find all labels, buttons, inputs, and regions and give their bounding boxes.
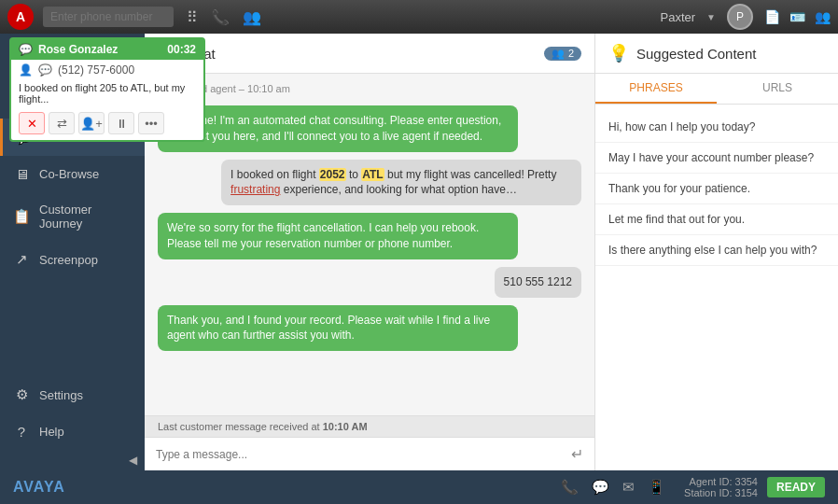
notif-actions: ✕ ⇄ 👤+ ⏸ ••• bbox=[11, 110, 203, 136]
bottom-email-icon[interactable]: ✉ bbox=[622, 479, 635, 496]
customer-journey-icon: 📋 bbox=[13, 208, 30, 225]
msg-highlight-frustrating: frustrating bbox=[230, 183, 280, 196]
sidebar-item-help[interactable]: ? Help bbox=[0, 413, 145, 450]
msg-customer-1: I booked on flight 2052 to ATL but my fl… bbox=[221, 160, 581, 206]
notification-card: 💬 Rose Gonzalez 00:32 👤 💬 (512) 757-6000… bbox=[9, 37, 205, 142]
chat-header: 💬 Chat 👥 2 bbox=[145, 34, 594, 74]
msg-customer-1-part3: but my flight was cancelled! Pretty bbox=[384, 168, 557, 181]
top-right-icons: 📄 🪪 👥 bbox=[764, 9, 831, 24]
screenpop-icon: ↗ bbox=[13, 251, 30, 268]
phrase-item-5[interactable]: Is there anything else I can help you wi… bbox=[595, 235, 838, 266]
decline-button[interactable]: ✕ bbox=[19, 112, 45, 134]
bottom-chat-icon[interactable]: 💬 bbox=[592, 479, 609, 496]
phrase-item-2[interactable]: May I have your account number please? bbox=[595, 143, 838, 174]
msg-time-1: Automated agent – 10:10 am bbox=[158, 83, 581, 94]
sidebar-item-settings[interactable]: ⚙ Settings bbox=[0, 376, 145, 413]
notif-phone: (512) 757-6000 bbox=[58, 63, 134, 77]
settings-icon: ⚙ bbox=[13, 386, 30, 403]
notif-info: 👤 💬 (512) 757-6000 bbox=[11, 60, 203, 80]
tab-phrases[interactable]: PHRASES bbox=[595, 74, 717, 104]
msg-customer-2: 510 555 1212 bbox=[495, 267, 581, 298]
phrase-item-3[interactable]: Thank you for your patience. bbox=[595, 174, 838, 204]
msg-customer-1-part4: experience, and looking for what option … bbox=[280, 183, 517, 196]
top-bar-icons: ⠿ 📞 👥 bbox=[187, 8, 261, 26]
msg-agent-2-text: We're so sorry for the flight cancellati… bbox=[167, 221, 479, 250]
ready-badge: READY bbox=[767, 477, 825, 497]
chat-bubble-icon: 💬 bbox=[19, 43, 33, 56]
avaya-bottom-logo: AVAYA bbox=[13, 479, 65, 496]
msg-customer-1-part2: to bbox=[346, 168, 362, 181]
help-icon: ? bbox=[13, 424, 30, 440]
phrase-item-1[interactable]: Hi, how can I help you today? bbox=[595, 112, 838, 143]
sidebar-collapse-button[interactable]: ◀ bbox=[0, 450, 145, 470]
avaya-logo: A bbox=[7, 4, 34, 30]
send-icon[interactable]: ↵ bbox=[571, 445, 583, 463]
agent-id: Agent ID: 3354 bbox=[684, 476, 758, 487]
dropdown-icon: ▼ bbox=[706, 12, 716, 22]
id-icon[interactable]: 🪪 bbox=[789, 9, 805, 24]
add-contact-button[interactable]: 👤+ bbox=[78, 112, 105, 134]
notif-message: I booked on flight 205 to ATL, but my fl… bbox=[11, 80, 203, 110]
tab-urls[interactable]: URLS bbox=[717, 74, 838, 104]
phone-icon[interactable]: 📞 bbox=[211, 8, 230, 26]
top-bar: A ⠿ 📞 👥 Paxter ▼ P 📄 🪪 👥 bbox=[0, 0, 838, 34]
chat-messages: Automated agent – 10:10 am Welcome! I'm … bbox=[145, 74, 594, 415]
bottom-bar-icons: 📞 💬 ✉ 📱 bbox=[561, 479, 665, 496]
chat-message-input[interactable] bbox=[156, 448, 564, 461]
bottom-sms-icon[interactable]: 📱 bbox=[648, 479, 665, 496]
chat-input-area: ↵ bbox=[145, 437, 594, 470]
notes-icon[interactable]: 📄 bbox=[764, 9, 780, 24]
phrase-item-4[interactable]: Let me find that out for you. bbox=[595, 204, 838, 235]
notif-timer: 00:32 bbox=[167, 43, 196, 56]
suggested-tabs: PHRASES URLS bbox=[595, 74, 838, 105]
more-button[interactable]: ••• bbox=[138, 112, 164, 134]
suggested-header: 💡 Suggested Content bbox=[595, 34, 838, 74]
suggested-area: 💡 Suggested Content PHRASES URLS Hi, how… bbox=[595, 34, 838, 470]
suggested-phrases: Hi, how can I help you today? May I have… bbox=[595, 105, 838, 273]
chat-icon-small: 💬 bbox=[38, 63, 52, 77]
bottom-phone-icon[interactable]: 📞 bbox=[561, 479, 579, 496]
notif-contact-name: Rose Gonzalez bbox=[38, 43, 118, 56]
msg-agent-3-text: Thank you, and I found your record. Plea… bbox=[167, 314, 490, 343]
sidebar-label-customer-journey: Customer Journey bbox=[39, 203, 132, 231]
msg-customer-1-part1: I booked on flight bbox=[230, 168, 319, 181]
msg-agent-2: We're so sorry for the flight cancellati… bbox=[158, 213, 518, 259]
co-browse-icon: 🖥 bbox=[13, 166, 30, 182]
sidebar-label-help: Help bbox=[39, 425, 64, 439]
msg-agent-1-text: Welcome! I'm an automated chat consultin… bbox=[167, 114, 501, 143]
msg-agent-3: Thank you, and I found your record. Plea… bbox=[158, 305, 518, 352]
msg-highlight-2052: 2052 bbox=[319, 168, 346, 181]
avatar: P bbox=[727, 4, 753, 30]
sidebar-label-settings: Settings bbox=[39, 388, 83, 402]
status-time: 10:10 AM bbox=[323, 421, 368, 432]
hold-button[interactable]: ⏸ bbox=[108, 112, 134, 134]
bottom-bar: AVAYA 📞 💬 ✉ 📱 Agent ID: 3354 Station ID:… bbox=[0, 470, 838, 504]
agent-name: Paxter bbox=[661, 10, 696, 24]
person-icon: 👤 bbox=[19, 63, 33, 77]
suggested-icon: 💡 bbox=[608, 43, 629, 63]
msg-highlight-atl: ATL bbox=[361, 168, 384, 181]
transfer-button[interactable]: ⇄ bbox=[49, 112, 75, 134]
dialpad-icon[interactable]: ⠿ bbox=[187, 8, 198, 26]
chat-status-bar: Last customer message received at 10:10 … bbox=[145, 415, 594, 437]
chat-badge: 👥 2 bbox=[544, 47, 581, 61]
msg-customer-2-text: 510 555 1212 bbox=[504, 275, 572, 288]
notif-header: 💬 Rose Gonzalez 00:32 bbox=[11, 39, 203, 60]
suggested-title: Suggested Content bbox=[636, 46, 756, 62]
sidebar-label-co-browse: Co-Browse bbox=[39, 167, 99, 181]
users-icon[interactable]: 👥 bbox=[815, 9, 831, 24]
msg-agent-1: Welcome! I'm an automated chat consultin… bbox=[158, 105, 518, 152]
sidebar-item-customer-journey[interactable]: 📋 Customer Journey bbox=[0, 192, 145, 241]
chat-area: 💬 Chat 👥 2 Automated agent – 10:10 am We… bbox=[145, 34, 595, 470]
users-badge-icon: 👥 bbox=[552, 48, 565, 60]
sidebar-label-screenpop: Screenpop bbox=[39, 253, 98, 267]
agent-info: Agent ID: 3354 Station ID: 3154 bbox=[684, 476, 758, 498]
top-bar-right: Paxter ▼ P 📄 🪪 👥 bbox=[661, 4, 831, 30]
sidebar-item-co-browse[interactable]: 🖥 Co-Browse bbox=[0, 156, 145, 192]
station-id: Station ID: 3154 bbox=[684, 487, 758, 498]
contacts-icon[interactable]: 👥 bbox=[243, 8, 261, 26]
badge-count: 2 bbox=[568, 48, 574, 59]
phone-input[interactable] bbox=[43, 7, 174, 27]
sidebar-item-screenpop[interactable]: ↗ Screenpop bbox=[0, 241, 145, 278]
